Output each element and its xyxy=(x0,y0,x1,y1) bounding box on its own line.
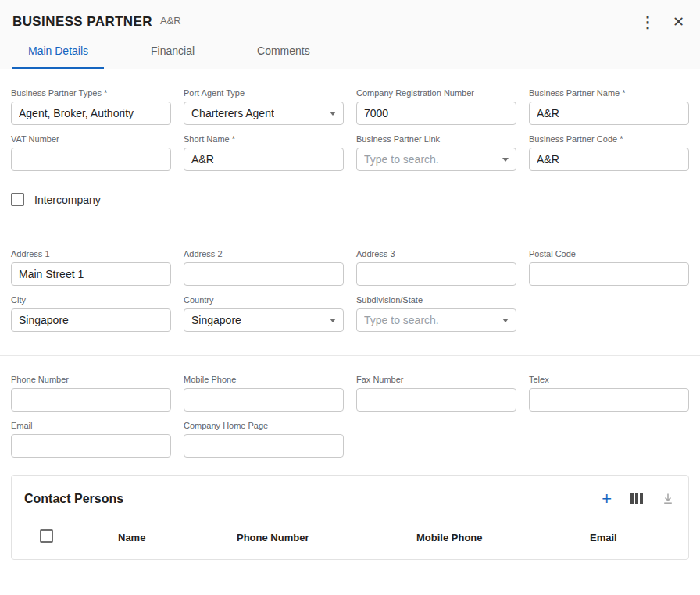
phone-number-input[interactable] xyxy=(11,388,171,412)
address2-label: Address 2 xyxy=(184,249,344,258)
fax-number-label: Fax Number xyxy=(356,375,516,384)
columns-icon[interactable] xyxy=(630,493,643,504)
download-icon[interactable] xyxy=(662,493,674,505)
partner-details-section: Business Partner Types * Port Agent Type… xyxy=(0,69,700,171)
field-email: Email xyxy=(11,421,171,458)
field-postal-code: Postal Code xyxy=(529,249,689,286)
field-address2: Address 2 xyxy=(184,249,344,286)
close-icon[interactable]: ✕ xyxy=(673,15,684,29)
contact-persons-actions: + xyxy=(602,490,674,508)
field-phone-number: Phone Number xyxy=(11,375,171,412)
business-partner-types-input[interactable] xyxy=(11,102,171,125)
chevron-down-icon xyxy=(330,112,336,116)
address3-label: Address 3 xyxy=(356,249,516,258)
tab-bar: Main Details Financial Comments xyxy=(0,34,700,69)
field-port-agent-type: Port Agent Type Charterers Agent xyxy=(184,88,344,125)
select-placeholder: Type to search. xyxy=(364,153,439,166)
contact-persons-title: Contact Persons xyxy=(24,492,123,506)
phone-number-label: Phone Number xyxy=(11,375,171,384)
select-placeholder: Type to search. xyxy=(364,314,439,326)
header-actions: ⋮ ✕ xyxy=(640,14,684,30)
email-input[interactable] xyxy=(11,434,171,458)
address3-input[interactable] xyxy=(356,262,516,286)
intercompany-row: Intercompany xyxy=(0,171,700,206)
select-all-cell xyxy=(24,529,118,545)
company-home-page-input[interactable] xyxy=(184,434,344,458)
column-header-name: Name xyxy=(118,532,237,543)
contact-persons-card: Contact Persons + Name Phone Number xyxy=(11,475,689,560)
postal-code-input[interactable] xyxy=(529,262,689,286)
subdivision-state-select[interactable]: Type to search. xyxy=(356,308,516,332)
vat-number-input[interactable] xyxy=(11,148,171,171)
field-country: Country Singapore xyxy=(184,295,344,332)
address-section: Address 1 Address 2 Address 3 Postal Cod… xyxy=(0,230,700,332)
chevron-down-icon xyxy=(502,319,509,322)
field-city: City xyxy=(11,295,171,332)
telex-label: Telex xyxy=(529,375,689,384)
business-partner-types-label: Business Partner Types * xyxy=(11,88,171,98)
company-registration-number-label: Company Registration Number xyxy=(356,88,516,98)
column-header-phone-number: Phone Number xyxy=(237,532,416,543)
intercompany-label: Intercompany xyxy=(34,194,101,206)
port-agent-type-select[interactable]: Charterers Agent xyxy=(184,102,344,125)
tab-comments[interactable]: Comments xyxy=(241,34,326,69)
business-partner-code-label: Business Partner Code * xyxy=(529,134,689,144)
empty-cell xyxy=(356,421,516,458)
vat-number-label: VAT Number xyxy=(11,134,171,144)
field-business-partner-link: Business Partner Link Type to search. xyxy=(356,134,516,171)
field-address3: Address 3 xyxy=(356,249,516,286)
field-mobile-phone: Mobile Phone xyxy=(184,375,344,412)
field-business-partner-code: Business Partner Code * xyxy=(529,134,689,171)
short-name-label: Short Name * xyxy=(184,134,344,144)
field-business-partner-types: Business Partner Types * xyxy=(11,88,171,125)
tab-main-details[interactable]: Main Details xyxy=(12,34,104,69)
more-menu-icon[interactable]: ⋮ xyxy=(640,14,655,30)
dialog-header: BUSINESS PARTNER A&R ⋮ ✕ Main Details Fi… xyxy=(0,0,700,69)
select-value: Singapore xyxy=(191,314,241,326)
business-partner-link-select[interactable]: Type to search. xyxy=(356,148,516,171)
fax-number-input[interactable] xyxy=(356,388,516,412)
field-company-registration-number: Company Registration Number xyxy=(356,88,516,125)
business-partner-code-input[interactable] xyxy=(529,148,689,171)
tab-financial[interactable]: Financial xyxy=(135,34,210,69)
short-name-input[interactable] xyxy=(184,148,344,171)
company-home-page-label: Company Home Page xyxy=(184,421,344,430)
address1-label: Address 1 xyxy=(11,249,171,258)
company-registration-number-input[interactable] xyxy=(356,102,516,125)
page-title: BUSINESS PARTNER xyxy=(12,14,152,30)
port-agent-type-label: Port Agent Type xyxy=(184,88,344,98)
address2-input[interactable] xyxy=(184,262,344,286)
empty-cell xyxy=(529,421,689,458)
field-business-partner-name: Business Partner Name * xyxy=(529,88,689,125)
add-contact-person-button[interactable]: + xyxy=(602,490,612,508)
column-header-email: Email xyxy=(590,532,676,543)
email-label: Email xyxy=(11,421,171,430)
mobile-phone-input[interactable] xyxy=(184,388,344,412)
field-address1: Address 1 xyxy=(11,249,171,286)
postal-code-label: Postal Code xyxy=(529,249,689,258)
view-columns-icon xyxy=(630,493,643,504)
empty-cell xyxy=(529,295,689,332)
telex-input[interactable] xyxy=(529,388,689,412)
city-input[interactable] xyxy=(11,308,171,332)
field-fax-number: Fax Number xyxy=(356,375,516,412)
title-row: BUSINESS PARTNER A&R ⋮ ✕ xyxy=(0,0,700,30)
intercompany-checkbox[interactable] xyxy=(11,193,24,206)
field-subdivision-state: Subdivision/State Type to search. xyxy=(356,295,516,332)
business-partner-link-label: Business Partner Link xyxy=(356,134,516,144)
country-label: Country xyxy=(184,295,344,305)
business-partner-name-input[interactable] xyxy=(529,102,689,125)
main-details-panel: Business Partner Types * Port Agent Type… xyxy=(0,69,700,560)
field-telex: Telex xyxy=(529,375,689,412)
chevron-down-icon xyxy=(502,158,509,162)
select-value: Charterers Agent xyxy=(191,107,274,119)
business-partner-name-label: Business Partner Name * xyxy=(529,88,689,98)
city-label: City xyxy=(11,295,171,305)
contact-info-section: Phone Number Mobile Phone Fax Number Tel… xyxy=(0,356,700,458)
subdivision-state-label: Subdivision/State xyxy=(356,295,516,305)
select-all-checkbox[interactable] xyxy=(40,529,53,543)
field-short-name: Short Name * xyxy=(184,134,344,171)
address1-input[interactable] xyxy=(11,262,171,286)
country-select[interactable]: Singapore xyxy=(184,308,344,332)
chevron-down-icon xyxy=(330,319,336,322)
